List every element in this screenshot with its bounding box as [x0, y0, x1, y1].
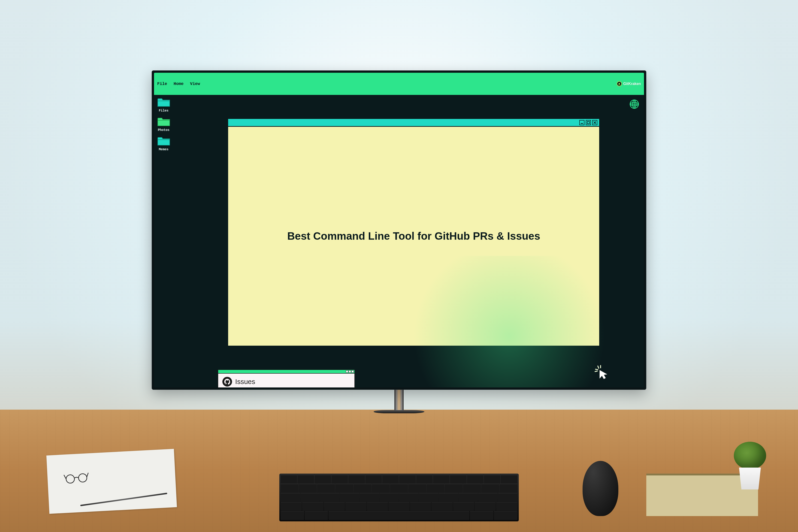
monitor-stand-neck [394, 390, 404, 411]
kraken-logo-icon [617, 81, 622, 87]
folder-files[interactable]: Files [157, 97, 170, 112]
cursor-click-icon [594, 364, 610, 381]
svg-line-11 [595, 371, 597, 372]
menu-home[interactable]: Home [174, 81, 184, 86]
folder-label: Files [159, 109, 169, 112]
issues-titlebar[interactable] [218, 370, 355, 374]
desktop-folders: Files Photos Memes [157, 97, 170, 151]
brand-label: GitKraken [623, 82, 641, 86]
folder-photos[interactable]: Photos [157, 117, 170, 132]
mini-close-icon[interactable] [352, 370, 354, 373]
main-window: Best Command Line Tool for GitHub PRs & … [227, 118, 600, 346]
menu-file[interactable]: File [157, 81, 167, 86]
svg-rect-7 [587, 121, 589, 124]
window-body: Best Command Line Tool for GitHub PRs & … [228, 127, 599, 346]
mini-minimize-icon[interactable] [346, 370, 348, 373]
screen: File Home View GitKraken [154, 73, 644, 387]
folder-icon [157, 97, 170, 107]
issues-window: Issues [218, 369, 355, 387]
minimize-button[interactable] [580, 120, 584, 125]
window-titlebar[interactable] [228, 119, 599, 127]
headline-text: Best Command Line Tool for GitHub PRs & … [287, 229, 540, 243]
maximize-button[interactable] [586, 120, 591, 125]
folder-icon [157, 136, 170, 146]
folder-label: Photos [158, 128, 169, 132]
mouse [583, 461, 619, 516]
svg-line-9 [595, 369, 598, 370]
svg-point-12 [66, 474, 75, 483]
globe-icon[interactable] [629, 99, 639, 110]
folder-label: Memes [159, 148, 169, 151]
svg-point-13 [78, 473, 87, 482]
keyboard [279, 474, 519, 521]
svg-rect-6 [581, 123, 583, 124]
eyeglasses [63, 470, 90, 485]
plant [734, 442, 766, 490]
close-button[interactable] [592, 120, 597, 125]
menu-view[interactable]: View [190, 81, 200, 86]
menubar: File Home View GitKraken [154, 73, 644, 95]
monitor: File Home View GitKraken [152, 71, 647, 390]
svg-line-8 [598, 366, 599, 368]
issues-label: Issues [235, 378, 255, 386]
brand-badge: GitKraken [617, 81, 641, 87]
folder-memes[interactable]: Memes [157, 136, 170, 151]
desktop-area: Files Photos Memes [154, 95, 644, 387]
github-icon [222, 377, 232, 386]
svg-point-0 [619, 83, 620, 84]
mini-maximize-icon[interactable] [349, 370, 351, 373]
folder-icon [157, 117, 170, 127]
monitor-stand-base [374, 410, 424, 413]
issues-body: Issues [218, 374, 355, 387]
